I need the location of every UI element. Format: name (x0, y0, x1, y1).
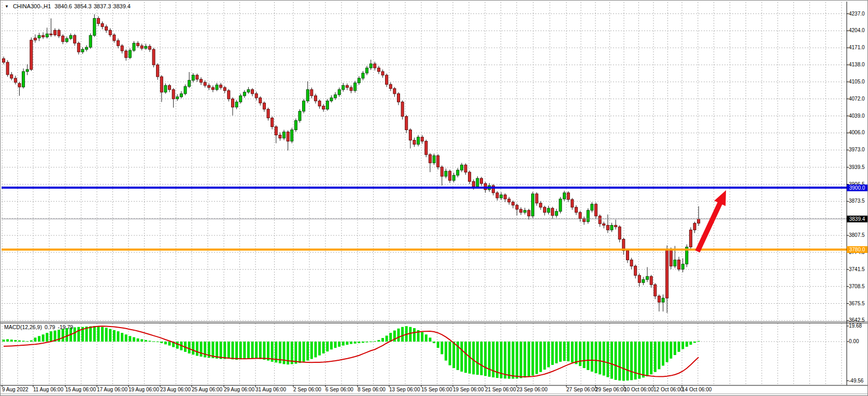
macd-histogram-bar (386, 336, 388, 342)
macd-histogram-bar (575, 342, 577, 364)
candle-body (54, 30, 56, 35)
candle-body (283, 132, 286, 138)
candle-body (595, 204, 597, 216)
candle-body (618, 227, 621, 239)
time-axis-label: 8 Sep 06:00 (358, 387, 386, 392)
candle-body (626, 250, 629, 260)
candle-body (650, 276, 652, 285)
price-tag-current-bid: 3839.4 (847, 216, 867, 222)
candle-body (26, 69, 29, 72)
candle-body (362, 73, 364, 78)
price-tick-label: 4072.0 (849, 96, 865, 102)
macd-histogram-bar (421, 332, 423, 342)
macd-histogram-bar (145, 340, 147, 342)
macd-histogram-bar (381, 338, 384, 342)
macd-histogram-bar (101, 327, 104, 342)
candle-body (535, 194, 538, 203)
candle-body (145, 46, 147, 48)
candle-body (34, 38, 36, 40)
price-tick-label: 3642.5 (849, 317, 865, 323)
macd-histogram-bar (591, 342, 593, 372)
macd-histogram-bar (437, 342, 439, 348)
candle-body (417, 137, 420, 144)
symbol-overlay: ▼CHINA300-,H1 3840.63854.33837.33839.4 (5, 3, 133, 9)
candle-body (638, 275, 641, 282)
macd-histogram-bar (105, 328, 108, 342)
candle-body (322, 106, 325, 109)
chart-canvas[interactable] (1, 1, 868, 396)
candle-body (275, 127, 277, 135)
candle-body (14, 78, 17, 82)
macd-histogram-bar (693, 342, 696, 343)
macd-histogram-bar (678, 342, 680, 352)
macd-histogram-bar (259, 342, 262, 359)
candle-body (148, 46, 151, 49)
candle-body (97, 18, 99, 23)
candle-body (330, 98, 333, 101)
candle-body (326, 101, 329, 109)
macd-histogram-bar (674, 342, 676, 355)
candle-body (243, 92, 246, 96)
macd-histogram-bar (445, 342, 447, 361)
candle-body (216, 85, 218, 90)
candle-body (468, 172, 471, 181)
candle-body (137, 43, 139, 46)
candle-body (591, 204, 593, 210)
candle-body (93, 18, 96, 35)
macd-histogram-bar (310, 342, 313, 359)
candle-body (674, 260, 676, 266)
price-tag-blue-level: 3900.0 (847, 185, 867, 191)
candle-body (22, 72, 25, 87)
candle-body (511, 202, 514, 205)
macd-histogram-bar (34, 337, 36, 342)
macd-histogram-bar (50, 331, 52, 342)
macd-histogram-bar (397, 329, 400, 342)
macd-histogram-bar (626, 342, 629, 380)
time-axis-label: 11 Aug 06:00 (33, 387, 63, 392)
price-tick-label: 3741.5 (849, 266, 865, 272)
candle-body (109, 30, 111, 35)
macd-histogram-bar (618, 342, 621, 380)
candle-body (575, 207, 577, 213)
candle-body (77, 43, 80, 52)
candle-body (251, 90, 254, 94)
candle-body (6, 62, 9, 75)
candle-body (563, 193, 566, 199)
macd-histogram-bar (362, 342, 364, 343)
macd-histogram-bar (698, 341, 700, 342)
candle-body (263, 103, 265, 109)
candle-body (121, 46, 123, 51)
candle-body (310, 90, 313, 96)
candle-body (642, 279, 645, 282)
macd-histogram-bar (294, 342, 297, 364)
candle-body (342, 86, 345, 90)
candle-body (437, 155, 439, 167)
macd-histogram-bar (440, 342, 443, 354)
macd-histogram-bar (117, 331, 119, 342)
candle-body (440, 167, 443, 176)
candle-body (457, 170, 459, 175)
chart-menu-caret-icon[interactable]: ▼ (5, 4, 9, 9)
macd-histogram-bar (231, 342, 234, 359)
price-tick-label: 4006.0 (849, 130, 865, 135)
candle-body (42, 35, 45, 37)
macd-histogram-bar (642, 342, 645, 377)
macd-histogram-bar (322, 342, 325, 353)
candle-body (255, 94, 258, 98)
candle-body (678, 260, 680, 269)
time-axis-label: 2 Sep 06:00 (293, 387, 321, 392)
macd-histogram-bar (133, 337, 135, 342)
candle-body (10, 75, 13, 78)
macd-histogram-bar (200, 342, 203, 357)
footer-strip (1, 393, 868, 396)
candle-body (152, 49, 155, 65)
macd-histogram-bar (610, 342, 613, 379)
price-tick-label: 4138.0 (849, 62, 865, 67)
candle-body (113, 35, 116, 40)
price-tag-orange-level: 3780.0 (847, 246, 867, 253)
candle-body (346, 86, 348, 88)
candle-body (369, 64, 372, 68)
macd-histogram-bar (22, 341, 25, 342)
macd-histogram-bar (401, 327, 404, 342)
macd-signal-value: -19.79 (58, 324, 73, 330)
